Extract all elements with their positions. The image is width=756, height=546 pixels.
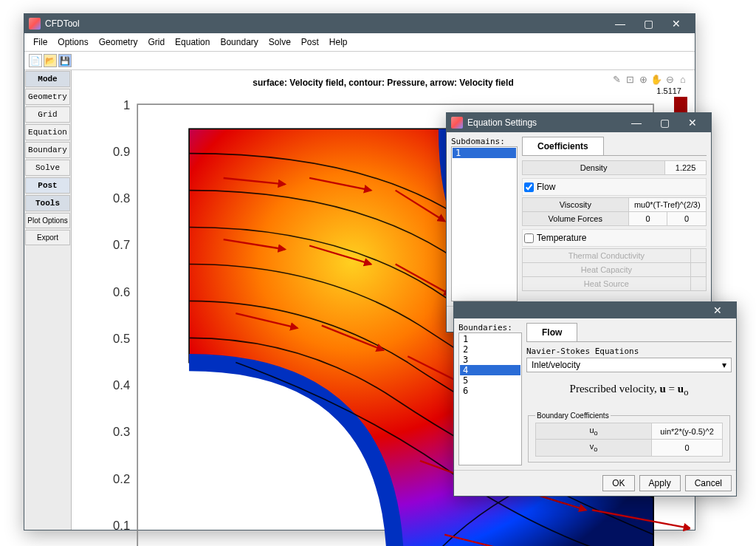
sidebar-mode-header: Mode [25, 71, 70, 87]
flow-checkbox[interactable] [524, 182, 534, 192]
tc-label: Thermal Conductivity [523, 249, 691, 263]
open-file-icon[interactable]: 📂 [44, 54, 57, 67]
titlebar: CFDTool — ▢ ✕ [24, 14, 695, 33]
minimize-button[interactable]: — [606, 14, 634, 33]
eq-close-button[interactable]: ✕ [678, 113, 707, 132]
hc-label: Heat Capacity [523, 263, 691, 277]
menu-post[interactable]: Post [297, 35, 323, 49]
zoom-out-icon[interactable]: ⊖ [664, 73, 676, 85]
svg-text:0.7: 0.7 [113, 238, 130, 252]
svg-text:0.2: 0.2 [113, 472, 130, 486]
v0-value[interactable]: 0 [685, 443, 690, 452]
eq-maximize-button[interactable]: ▢ [650, 113, 678, 132]
equation-settings-dialog: Equation Settings — ▢ ✕ Subdomains: 1 Co… [446, 112, 712, 332]
svg-text:1: 1 [123, 98, 130, 112]
plot-title: surface: Velocity field, contour: Pressu… [76, 75, 690, 91]
svg-text:0.6: 0.6 [113, 285, 130, 299]
subdomain-item[interactable]: 1 [453, 148, 516, 158]
menu-file[interactable]: File [29, 35, 52, 49]
boundary-item[interactable]: 2 [460, 344, 520, 355]
tab-flow[interactable]: Flow [526, 323, 577, 341]
viscosity-label: Viscosity [523, 198, 629, 212]
eq-minimize-button[interactable]: — [622, 113, 650, 132]
bc-cancel-button[interactable]: Cancel [685, 475, 732, 491]
volforce-y[interactable]: 0 [684, 214, 689, 223]
sidebar-geometry[interactable]: Geometry [25, 89, 70, 105]
bctype-value: Inlet/velocity [532, 360, 580, 370]
temp-section[interactable]: Temperature [522, 229, 707, 247]
flow-section[interactable]: Flow [522, 178, 707, 196]
zoom-in-icon[interactable]: ⊕ [637, 73, 649, 85]
density-label: Density [523, 161, 665, 175]
edit-icon[interactable]: ✎ [611, 73, 622, 85]
u0-label: uo [536, 423, 652, 440]
eq-title: Equation Settings [467, 117, 622, 128]
subdomains-label: Subdomains: [451, 137, 518, 146]
svg-text:0.3: 0.3 [113, 425, 130, 439]
menu-grid[interactable]: Grid [143, 35, 169, 49]
bc-ok-button[interactable]: OK [602, 475, 634, 491]
app-title: CFDTool [45, 18, 606, 29]
menu-geometry[interactable]: Geometry [94, 35, 142, 49]
sidebar-post[interactable]: Post [25, 177, 70, 194]
boundary-item[interactable]: 6 [460, 386, 520, 396]
boundaries-label: Boundaries: [458, 323, 522, 332]
home-icon[interactable]: ⌂ [677, 73, 689, 85]
maximize-button[interactable]: ▢ [634, 14, 662, 33]
eq-titlebar: Equation Settings — ▢ ✕ [447, 113, 711, 132]
sidebar-grid[interactable]: Grid [25, 106, 70, 123]
density-value[interactable]: 1.225 [676, 163, 696, 172]
menu-equation[interactable]: Equation [171, 35, 214, 49]
app-icon [451, 117, 463, 129]
toolbar: 📄 📂 💾 [24, 52, 695, 70]
svg-text:0.8: 0.8 [113, 191, 130, 205]
svg-text:0.9: 0.9 [113, 145, 130, 159]
u0-value[interactable]: uin*2*(y-0.5)^2 [660, 427, 713, 436]
menu-solve[interactable]: Solve [264, 35, 295, 49]
subdomain-listbox[interactable]: 1 [451, 146, 518, 301]
close-button[interactable]: ✕ [662, 14, 690, 33]
bctype-dropdown[interactable]: Inlet/velocity ▾ [526, 358, 732, 372]
boundary-item[interactable]: 3 [460, 355, 520, 365]
overview-icon[interactable]: ⊡ [624, 73, 636, 85]
boundary-dialog: ✕ Boundaries: 1 2 3 4 5 6 Flow Navier-St… [453, 301, 737, 496]
bc-titlebar: ✕ [454, 302, 736, 318]
save-file-icon[interactable]: 💾 [58, 54, 72, 67]
pan-icon[interactable]: ✋ [650, 73, 662, 85]
hs-label: Heat Source [523, 277, 691, 291]
svg-text:0.5: 0.5 [113, 332, 130, 346]
chevron-down-icon: ▾ [722, 360, 726, 370]
menu-options[interactable]: Options [53, 35, 92, 49]
svg-text:0.1: 0.1 [113, 519, 130, 533]
volforce-x[interactable]: 0 [645, 214, 650, 223]
menu-help[interactable]: Help [325, 35, 352, 49]
boundary-item[interactable]: 1 [460, 334, 520, 344]
prescribed-equation: Prescribed velocity, u = uo [526, 372, 732, 409]
sidebar-equation[interactable]: Equation [25, 124, 70, 140]
temp-label: Temperature [537, 233, 586, 243]
viscosity-value[interactable]: mu0*(T-Tref)^(2/3) [634, 200, 701, 209]
menu-boundary[interactable]: Boundary [216, 35, 262, 49]
boundary-item[interactable]: 4 [460, 365, 520, 375]
sidebar-plot-options[interactable]: Plot Options [25, 213, 70, 228]
bc-apply-button[interactable]: Apply [639, 475, 681, 491]
boundary-listbox[interactable]: 1 2 3 4 5 6 [458, 332, 522, 465]
v0-label: vo [536, 440, 652, 456]
tab-coefficients[interactable]: Coefficients [522, 137, 604, 155]
volforce-label: Volume Forces [523, 212, 629, 226]
menubar: File Options Geometry Grid Equation Boun… [24, 33, 695, 52]
sidebar-export[interactable]: Export [25, 230, 70, 245]
bc-coef-legend: Boundary Coefficients [535, 412, 611, 420]
sidebar-tools-header: Tools [25, 195, 70, 211]
eqtype-label: Navier-Stokes Equations [526, 347, 732, 356]
sidebar-solve[interactable]: Solve [25, 160, 70, 176]
flow-label: Flow [537, 182, 555, 192]
bc-close-button[interactable]: ✕ [704, 302, 732, 318]
temp-checkbox[interactable] [524, 233, 534, 243]
sidebar: Mode Geometry Grid Equation Boundary Sol… [24, 70, 72, 530]
svg-text:0.4: 0.4 [113, 378, 130, 392]
new-file-icon[interactable]: 📄 [29, 54, 42, 67]
sidebar-boundary[interactable]: Boundary [25, 142, 70, 158]
app-icon [29, 18, 41, 30]
boundary-item[interactable]: 5 [460, 375, 520, 386]
